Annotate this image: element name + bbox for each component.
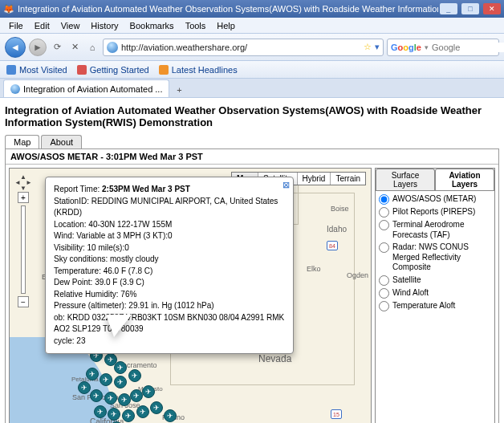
tab-surface-layers[interactable]: Surface Layers [376, 169, 435, 190]
tab-label: Integration of Aviation Automated ... [23, 84, 162, 94]
station-marker[interactable]: ✈ [100, 373, 112, 386]
menu-tools[interactable]: Tools [180, 19, 212, 32]
station-marker[interactable]: ✈ [128, 369, 141, 382]
url-dropdown-icon[interactable]: ▾ [375, 42, 380, 52]
page-title: Integration of Aviation Automated Weathe… [5, 104, 499, 128]
menu-edit[interactable]: Edit [29, 19, 55, 32]
layer-awos[interactable]: AWOS/ASOS (METAR) [379, 194, 491, 205]
label-nevada: Nevada [258, 353, 291, 364]
layer-satellite[interactable]: Satellite [379, 275, 491, 286]
popup-ob: ob: KRDD 032253Z VRB03KT 10SM BKN030 08/… [54, 312, 285, 336]
menubar: File Edit View History Bookmarks Tools H… [0, 18, 504, 34]
label-boise: Boise [331, 205, 349, 213]
bookmark-star-icon[interactable]: ☆ [364, 42, 372, 52]
tab-aviation-layers[interactable]: Aviation Layers [435, 169, 494, 190]
minimize-button[interactable]: _ [440, 3, 457, 14]
bookmark-getting-started[interactable]: Getting Started [77, 65, 149, 75]
panel-title: AWOS/ASOS METAR - 3:01PM Wed Mar 3 PST [6, 149, 498, 165]
label-idaho: Idaho [327, 225, 347, 234]
pan-right[interactable]: ► [26, 179, 32, 185]
popup-cycle: cycle: 23 [54, 336, 285, 348]
tab-favicon [10, 84, 20, 94]
station-marker[interactable]: ✈ [150, 401, 163, 414]
new-tab-button[interactable]: + [171, 83, 187, 97]
map-area[interactable]: Map Satellite Hybrid Terrain ▲ ▼ ◄ ► + − [9, 168, 372, 423]
layer-taf[interactable]: Terminal Aerodrome Forecasts (TAF) [379, 220, 491, 240]
browser-tab[interactable]: Integration of Aviation Automated ... [3, 79, 169, 97]
google-icon: Google [391, 43, 421, 52]
popup-humidity: Relative Humidity: 76% [54, 289, 285, 301]
close-button[interactable]: ✕ [483, 3, 501, 14]
layer-pireps[interactable]: Pilot Reports (PIREPS) [379, 207, 491, 218]
home-button[interactable]: ⌂ [85, 40, 100, 55]
maptype-hybrid[interactable]: Hybrid [298, 173, 331, 185]
search-bar[interactable]: Google ▾ [387, 39, 499, 56]
forward-button[interactable]: ► [29, 39, 47, 56]
menu-bookmarks[interactable]: Bookmarks [124, 19, 180, 32]
tab-map[interactable]: Map [5, 135, 39, 148]
stop-button[interactable]: ✕ [67, 40, 82, 55]
layer-radar[interactable]: Radar: NWS CONUS Merged Reflectivity Com… [379, 242, 491, 273]
window-title: Integration of Aviation Automated Weathe… [14, 4, 438, 14]
bookmark-most-visited[interactable]: Most Visited [6, 65, 67, 75]
popup-close-icon[interactable]: ⊠ [282, 179, 290, 192]
layer-wind-aloft[interactable]: Wind Aloft [379, 288, 491, 299]
back-button[interactable]: ◄ [5, 37, 26, 58]
popup-visibility: Visibility: 10 mile(s):0 [54, 242, 285, 254]
reload-button[interactable]: ⟳ [50, 40, 64, 55]
station-marker[interactable]: ✈ [130, 389, 143, 402]
url-text: http://aviation.weathershare.org/ [121, 43, 360, 52]
popup-pressure: Pressure (altimeter): 29.91 in. Hg (1012… [54, 300, 285, 312]
station-marker[interactable]: ✈ [90, 389, 103, 402]
popup-location: Location: 40-30N 122-17W 155M [54, 219, 285, 231]
search-input[interactable] [432, 43, 504, 52]
menu-file[interactable]: File [3, 19, 29, 32]
popup-temperature: Temperature: 46.0 F (7.8 C) [54, 266, 285, 278]
popup-tail [106, 315, 132, 337]
site-identity-icon [107, 42, 118, 53]
station-marker[interactable]: ✈ [122, 409, 135, 422]
pan-left[interactable]: ◄ [14, 179, 21, 185]
station-marker[interactable]: ✈ [86, 368, 99, 380]
station-marker[interactable]: ✈ [142, 385, 155, 398]
info-popup: ⊠ Report Time: 2:53PM Wed Mar 3 PST Stat… [45, 177, 294, 354]
getting-started-icon [77, 65, 87, 75]
window-titlebar: 🦊 Integration of Aviation Automated Weat… [0, 0, 504, 18]
layers-panel: Surface Layers Aviation Layers AWOS/ASOS… [375, 168, 495, 423]
station-marker[interactable]: ✈ [104, 392, 117, 405]
most-visited-icon [6, 65, 16, 75]
pan-control: ▲ ▼ ◄ ► [14, 173, 32, 191]
layer-temp-aloft[interactable]: Temperature Aloft [379, 301, 491, 311]
station-marker[interactable]: ✈ [164, 409, 177, 422]
firefox-icon: 🦊 [3, 4, 14, 14]
zoom-out-button[interactable]: − [18, 296, 29, 307]
popup-wind: Wind: Variable at 3 MPH (3 KT):0 [54, 230, 285, 242]
station-marker[interactable]: ✈ [136, 405, 149, 418]
maptype-terrain[interactable]: Terrain [331, 173, 365, 185]
station-marker[interactable]: ✈ [78, 381, 91, 394]
zoom-slider[interactable] [21, 205, 26, 294]
station-marker[interactable]: ✈ [94, 405, 107, 418]
maximize-button[interactable]: □ [461, 3, 479, 14]
popup-station: StationID: REDDING MUNICIPAL AIRPORT, CA… [54, 196, 285, 219]
tab-about[interactable]: About [41, 135, 82, 148]
station-marker[interactable]: ✈ [114, 376, 127, 388]
bookmark-latest-headlines[interactable]: Latest Headlines [159, 65, 238, 75]
road-i15: 15 [331, 409, 342, 419]
popup-sky: Sky conditions: mostly cloudy [54, 254, 285, 266]
station-marker[interactable]: ✈ [108, 408, 120, 421]
popup-dewpoint: Dew Point: 39.0 F (3.9 C) [54, 277, 285, 289]
label-elko: Elko [307, 265, 321, 273]
nav-toolbar: ◄ ► ⟳ ✕ ⌂ http://aviation.weathershare.o… [0, 34, 504, 61]
zoom-in-button[interactable]: + [18, 192, 29, 203]
zoom-controls: ▲ ▼ ◄ ► + − [14, 173, 32, 307]
menu-view[interactable]: View [55, 19, 86, 32]
rss-icon [159, 65, 169, 75]
tab-bar: Integration of Aviation Automated ... + [0, 79, 504, 98]
url-bar[interactable]: http://aviation.weathershare.org/ ☆ ▾ [103, 39, 384, 56]
menu-help[interactable]: Help [211, 19, 241, 32]
station-marker[interactable]: ✈ [114, 361, 127, 374]
menu-history[interactable]: History [85, 19, 124, 32]
station-marker[interactable]: ✈ [118, 393, 131, 406]
bookmarks-toolbar: Most Visited Getting Started Latest Head… [0, 61, 504, 79]
